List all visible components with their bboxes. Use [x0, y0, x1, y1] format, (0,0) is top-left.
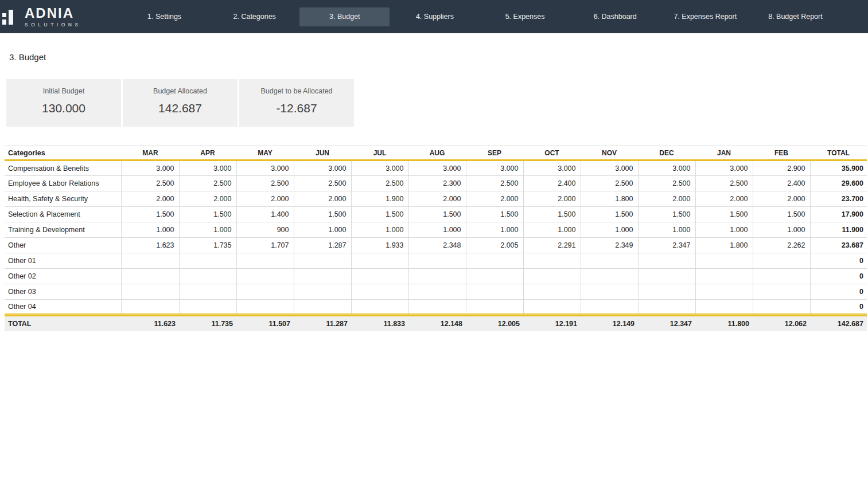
value-cell[interactable]: 2.000	[408, 191, 466, 207]
value-cell[interactable]: 1.500	[695, 207, 753, 222]
category-cell[interactable]: Other 02	[5, 269, 122, 284]
category-cell[interactable]: Training & Development	[5, 222, 122, 238]
value-cell[interactable]: 2.349	[581, 238, 638, 253]
value-cell[interactable]	[638, 269, 695, 284]
tab-categories[interactable]: 2. Categories	[209, 7, 299, 26]
value-cell[interactable]	[466, 269, 523, 284]
value-cell[interactable]: 1.500	[523, 207, 581, 222]
value-cell[interactable]: 1.500	[122, 207, 179, 222]
value-cell[interactable]	[294, 284, 351, 300]
value-cell[interactable]: 1.000	[581, 222, 638, 238]
value-cell[interactable]: 2.500	[581, 176, 638, 191]
value-cell[interactable]: 2.000	[638, 191, 695, 207]
value-cell[interactable]: 2.500	[179, 176, 236, 191]
value-cell[interactable]: 2.000	[236, 191, 294, 207]
value-cell[interactable]: 2.500	[122, 176, 179, 191]
value-cell[interactable]	[695, 300, 753, 315]
value-cell[interactable]: 1.500	[638, 207, 695, 222]
value-cell[interactable]	[294, 253, 351, 269]
value-cell[interactable]: 2.500	[638, 176, 695, 191]
tab-expenses[interactable]: 5. Expenses	[480, 7, 570, 26]
value-cell[interactable]	[523, 253, 581, 269]
tab-settings[interactable]: 1. Settings	[119, 7, 209, 26]
value-cell[interactable]	[236, 269, 294, 284]
value-cell[interactable]	[408, 284, 466, 300]
value-cell[interactable]	[122, 269, 179, 284]
value-cell[interactable]: 2.500	[351, 176, 408, 191]
tab-budget-report[interactable]: 8. Budget Report	[750, 7, 840, 26]
value-cell[interactable]: 2.500	[236, 176, 294, 191]
category-cell[interactable]: Employee & Labor Relations	[5, 176, 122, 191]
value-cell[interactable]: 3.000	[294, 160, 351, 176]
value-cell[interactable]: 1.500	[179, 207, 236, 222]
category-cell[interactable]: Compensation & Benefits	[5, 160, 122, 176]
value-cell[interactable]: 2.348	[408, 238, 466, 253]
value-cell[interactable]: 2.000	[695, 191, 753, 207]
category-cell[interactable]: Other 04	[5, 300, 122, 315]
value-cell[interactable]	[638, 300, 695, 315]
category-cell[interactable]: Other 03	[5, 284, 122, 300]
value-cell[interactable]	[236, 284, 294, 300]
value-cell[interactable]	[581, 253, 638, 269]
value-cell[interactable]: 3.000	[581, 160, 638, 176]
value-cell[interactable]: 1.500	[294, 207, 351, 222]
value-cell[interactable]: 1.000	[351, 222, 408, 238]
value-cell[interactable]: 2.500	[466, 176, 523, 191]
value-cell[interactable]: 1.933	[351, 238, 408, 253]
value-cell[interactable]: 3.000	[236, 160, 294, 176]
value-cell[interactable]	[581, 300, 638, 315]
value-cell[interactable]	[753, 300, 810, 315]
value-cell[interactable]: 1.500	[408, 207, 466, 222]
tab-suppliers[interactable]: 4. Suppliers	[390, 7, 480, 26]
value-cell[interactable]	[179, 253, 236, 269]
value-cell[interactable]: 2.500	[294, 176, 351, 191]
value-cell[interactable]: 3.000	[638, 160, 695, 176]
value-cell[interactable]	[753, 269, 810, 284]
value-cell[interactable]: 1.000	[753, 222, 810, 238]
value-cell[interactable]: 1.000	[695, 222, 753, 238]
value-cell[interactable]: 3.000	[122, 160, 179, 176]
value-cell[interactable]	[581, 269, 638, 284]
value-cell[interactable]	[351, 284, 408, 300]
value-cell[interactable]: 2.000	[179, 191, 236, 207]
value-cell[interactable]: 1.500	[351, 207, 408, 222]
value-cell[interactable]: 1.623	[122, 238, 179, 253]
value-cell[interactable]: 2.000	[466, 191, 523, 207]
category-cell[interactable]: Health, Safety & Security	[5, 191, 122, 207]
value-cell[interactable]: 2.500	[695, 176, 753, 191]
tab-dashboard[interactable]: 6. Dashboard	[570, 7, 660, 26]
value-cell[interactable]: 1.000	[122, 222, 179, 238]
value-cell[interactable]: 3.000	[695, 160, 753, 176]
value-cell[interactable]: 3.000	[351, 160, 408, 176]
value-cell[interactable]: 1.500	[581, 207, 638, 222]
value-cell[interactable]	[179, 284, 236, 300]
value-cell[interactable]	[179, 269, 236, 284]
value-cell[interactable]: 2.291	[523, 238, 581, 253]
tab-budget[interactable]: 3. Budget	[299, 7, 390, 26]
value-cell[interactable]	[408, 253, 466, 269]
value-cell[interactable]	[581, 284, 638, 300]
value-cell[interactable]	[638, 253, 695, 269]
value-cell[interactable]	[638, 284, 695, 300]
value-cell[interactable]: 1.000	[408, 222, 466, 238]
value-cell[interactable]	[122, 300, 179, 315]
value-cell[interactable]: 1.500	[753, 207, 810, 222]
tab-expenses-report[interactable]: 7. Expenses Report	[660, 7, 750, 26]
value-cell[interactable]	[695, 253, 753, 269]
category-cell[interactable]: Other	[5, 238, 122, 253]
value-cell[interactable]	[294, 269, 351, 284]
value-cell[interactable]: 900	[236, 222, 294, 238]
value-cell[interactable]: 2.400	[523, 176, 581, 191]
value-cell[interactable]: 2.005	[466, 238, 523, 253]
value-cell[interactable]	[122, 253, 179, 269]
value-cell[interactable]: 3.000	[523, 160, 581, 176]
value-cell[interactable]: 2.300	[408, 176, 466, 191]
category-cell[interactable]: Other 01	[5, 253, 122, 269]
value-cell[interactable]	[351, 269, 408, 284]
value-cell[interactable]: 2.900	[753, 160, 810, 176]
value-cell[interactable]: 1.900	[351, 191, 408, 207]
value-cell[interactable]: 1.500	[466, 207, 523, 222]
value-cell[interactable]: 2.000	[753, 191, 810, 207]
value-cell[interactable]: 1.400	[236, 207, 294, 222]
category-cell[interactable]: Selection & Placement	[5, 207, 122, 222]
